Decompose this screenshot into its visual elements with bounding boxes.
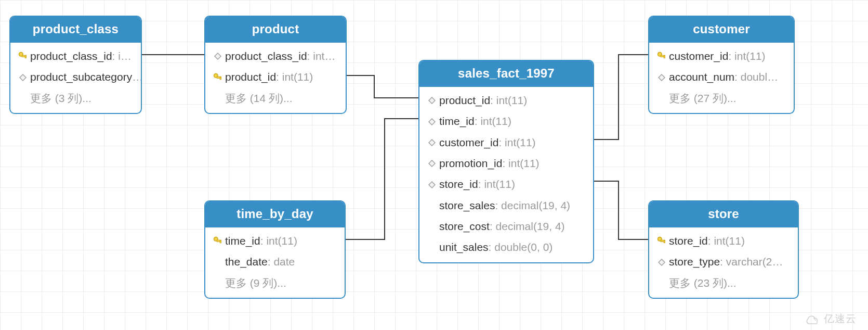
column-name: store_id xyxy=(439,177,478,192)
cloud-icon xyxy=(805,313,821,325)
column-type: : int(11) xyxy=(475,114,511,129)
column-row[interactable]: account_num: doubl… xyxy=(649,67,794,87)
key-icon xyxy=(211,72,225,83)
column-type: : doubl… xyxy=(734,70,778,84)
entity-title: sales_fact_1997 xyxy=(419,61,593,87)
column-row[interactable]: store_type: varchar(2… xyxy=(649,251,798,272)
svg-rect-18 xyxy=(664,56,665,58)
column-type: : varchar(2… xyxy=(720,255,783,269)
entity-title: customer xyxy=(649,17,794,43)
column-type: : int(11) xyxy=(276,70,313,84)
column-row[interactable]: product_subcategory… xyxy=(10,67,141,87)
svg-rect-2 xyxy=(25,56,26,58)
column-row[interactable]: promotion_id: int(11) xyxy=(419,153,593,174)
column-row[interactable]: customer_id: int(11) xyxy=(649,46,794,67)
column-name: customer_id xyxy=(439,135,498,150)
more-columns[interactable]: 更多 (9 列)... xyxy=(205,273,345,294)
column-name: the_date xyxy=(225,255,268,269)
watermark: 亿速云 xyxy=(805,312,857,326)
entity-time-by-day[interactable]: time_by_day time_id: int(11) the_date: d… xyxy=(204,200,346,299)
svg-marker-15 xyxy=(429,182,435,188)
column-name: time_id xyxy=(225,234,260,248)
entity-product[interactable]: product product_class_id: int… product_i… xyxy=(204,16,347,114)
column-row[interactable]: store_sales: decimal(19, 4) xyxy=(419,195,593,216)
svg-marker-12 xyxy=(429,119,435,125)
entity-body: product_class_id: i… product_subcategory… xyxy=(10,43,141,113)
column-row[interactable]: product_class_id: int… xyxy=(205,46,346,67)
entity-body: store_id: int(11) store_type: varchar(2…… xyxy=(649,227,798,298)
column-row[interactable]: product_id: int(11) xyxy=(419,90,593,111)
diamond-icon xyxy=(425,96,439,105)
column-name: store_id xyxy=(669,234,708,248)
entity-store[interactable]: store store_id: int(11) store_type: varc… xyxy=(648,200,799,299)
column-type: : int(11) xyxy=(498,135,535,150)
column-type: : date xyxy=(268,255,295,269)
column-type: : int… xyxy=(307,49,336,64)
column-row[interactable]: unit_sales: double(0, 0) xyxy=(419,237,593,258)
svg-marker-14 xyxy=(429,160,435,167)
entity-body: product_class_id: int… product_id: int(1… xyxy=(205,43,346,113)
column-type: : decimal(19, 4) xyxy=(495,198,570,213)
column-row[interactable]: the_date: date xyxy=(205,251,345,272)
key-icon xyxy=(16,50,30,62)
column-type: : decimal(19, 4) xyxy=(490,219,565,234)
entity-product-class[interactable]: product_class product_class_id: i… produ… xyxy=(9,16,142,114)
column-name: product_class_id xyxy=(225,49,307,64)
svg-marker-13 xyxy=(429,139,435,146)
column-name: unit_sales xyxy=(439,240,489,255)
column-type: … xyxy=(132,70,141,84)
more-columns[interactable]: 更多 (23 列)... xyxy=(649,273,798,294)
entity-customer[interactable]: customer customer_id: int(11) account_nu… xyxy=(648,16,795,114)
column-name: store_type xyxy=(669,255,720,269)
diamond-icon xyxy=(16,73,30,82)
column-name: product_class_id xyxy=(30,49,112,64)
column-name: product_subcategory xyxy=(30,70,132,84)
column-name: promotion_id xyxy=(439,156,502,171)
svg-marker-23 xyxy=(659,259,665,265)
column-name: product_id xyxy=(439,93,490,108)
diamond-icon xyxy=(211,52,225,60)
entity-sales-fact-1997[interactable]: sales_fact_1997 product_id: int(11) time… xyxy=(418,60,594,263)
column-row[interactable]: product_id: int(11) xyxy=(205,67,346,87)
column-row[interactable]: time_id: int(11) xyxy=(205,231,345,251)
column-row[interactable]: product_class_id: i… xyxy=(10,46,141,67)
column-name: store_cost xyxy=(439,219,490,234)
column-type: : i… xyxy=(112,49,131,64)
column-type: : int(11) xyxy=(502,156,539,171)
svg-marker-11 xyxy=(429,97,435,104)
column-name: customer_id xyxy=(669,49,728,64)
svg-marker-4 xyxy=(215,53,221,59)
entity-title: time_by_day xyxy=(205,201,345,227)
column-row[interactable]: store_id: int(11) xyxy=(419,174,593,195)
entity-body: time_id: int(11) the_date: date 更多 (9 列)… xyxy=(205,227,345,298)
svg-marker-3 xyxy=(20,74,26,81)
column-type: : double(0, 0) xyxy=(489,240,553,255)
column-row[interactable]: time_id: int(11) xyxy=(419,111,593,132)
key-icon xyxy=(654,50,669,62)
diamond-icon xyxy=(425,118,439,126)
column-name: product_id xyxy=(225,70,276,84)
entity-title: product xyxy=(205,17,346,43)
column-type: : int(11) xyxy=(728,49,765,64)
column-type: : int(11) xyxy=(708,234,745,248)
entity-body: product_id: int(11) time_id: int(11) cus… xyxy=(419,87,593,262)
diamond-icon xyxy=(425,138,439,147)
svg-rect-10 xyxy=(220,240,221,243)
column-type: : int(11) xyxy=(478,177,515,192)
more-columns[interactable]: 更多 (14 列)... xyxy=(205,88,346,109)
entity-title: store xyxy=(649,201,798,227)
svg-marker-19 xyxy=(659,74,665,81)
diamond-icon xyxy=(654,258,669,266)
column-row[interactable]: customer_id: int(11) xyxy=(419,132,593,153)
column-row[interactable]: store_id: int(11) xyxy=(649,231,798,251)
diamond-icon xyxy=(654,73,669,82)
column-name: time_id xyxy=(439,114,475,129)
entity-body: customer_id: int(11) account_num: doubl…… xyxy=(649,43,794,113)
more-columns[interactable]: 更多 (27 列)... xyxy=(649,88,794,109)
diamond-icon xyxy=(425,159,439,168)
svg-rect-7 xyxy=(220,77,221,80)
more-columns[interactable]: 更多 (3 列)... xyxy=(10,88,141,109)
key-icon xyxy=(211,235,225,247)
column-row[interactable]: store_cost: decimal(19, 4) xyxy=(419,216,593,237)
key-icon xyxy=(654,235,669,247)
